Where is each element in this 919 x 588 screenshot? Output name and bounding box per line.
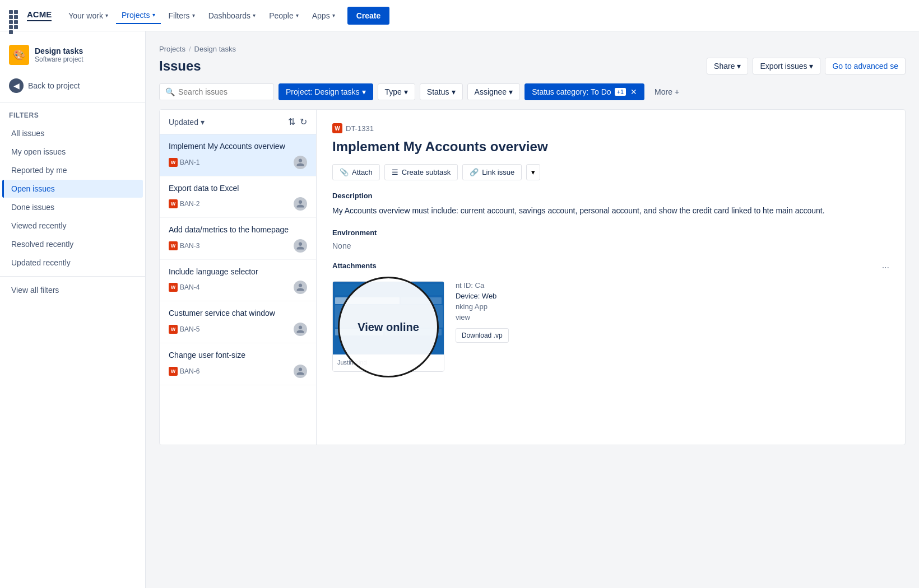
sidebar-item-open-issues[interactable]: Open issues <box>2 180 143 198</box>
nav-logo[interactable]: ACME <box>27 10 52 21</box>
more-icon: + <box>675 87 679 96</box>
view-online-overlay[interactable]: View online <box>338 277 439 377</box>
view-online-label: View online <box>358 321 419 334</box>
project-filter-button[interactable]: Project: Design tasks ▾ <box>279 83 373 100</box>
sidebar-item-my-open-issues[interactable]: My open issues <box>2 143 143 161</box>
attachment-details: nt ID: Ca Device: Web nking App view <box>456 281 509 343</box>
more-filter-button[interactable]: More + <box>649 84 685 100</box>
attachment-device: Device: Web <box>456 292 509 300</box>
type-filter-button[interactable]: Type ▾ <box>378 83 415 100</box>
issue-type-icon-ban6: W <box>169 367 178 376</box>
app-grid-icon[interactable] <box>9 10 20 21</box>
nav-dashboards[interactable]: Dashboards ▾ <box>203 8 262 24</box>
assignee-avatar-ban3 <box>294 239 307 253</box>
sidebar-item-resolved-recently[interactable]: Resolved recently <box>2 235 143 253</box>
attach-button[interactable]: 📎 Attach <box>332 164 380 180</box>
attachment-card: Justinmind View online <box>332 281 444 374</box>
create-button[interactable]: Create <box>347 7 390 25</box>
projects-chevron-icon: ▾ <box>152 12 155 18</box>
project-name: Design tasks <box>35 46 83 55</box>
breadcrumb: Projects / Design tasks <box>159 45 906 53</box>
issue-id-text-ban6: BAN-6 <box>180 367 199 375</box>
attachment-view: view <box>456 313 509 321</box>
list-icons: ⇅ ↻ <box>288 116 307 127</box>
issue-item-ban4[interactable]: Include language selector W BAN-4 <box>160 260 316 302</box>
nav-projects[interactable]: Projects ▾ <box>116 7 161 24</box>
breadcrumb-projects[interactable]: Projects <box>159 45 185 53</box>
issue-id-text-ban2: BAN-2 <box>180 200 199 208</box>
back-to-project[interactable]: ◀ Back to project <box>0 74 145 97</box>
project-type: Software project <box>35 55 83 63</box>
issue-item-ban1[interactable]: Implement My Accounts overview W BAN-1 <box>160 134 316 176</box>
assignee-avatar-ban2 <box>294 197 307 211</box>
issues-list: Updated ▾ ⇅ ↻ Implement My Accounts over… <box>160 110 317 445</box>
share-button[interactable]: Share ▾ <box>707 58 748 74</box>
issue-item-ban3[interactable]: Add data/metrics to the homepage W BAN-3 <box>160 218 316 260</box>
assignee-avatar-ban5 <box>294 323 307 336</box>
sort-order-icon[interactable]: ⇅ <box>288 116 295 127</box>
main-layout: 🎨 Design tasks Software project ◀ Back t… <box>0 31 919 588</box>
sidebar-item-all-issues[interactable]: All issues <box>2 124 143 142</box>
search-box[interactable]: 🔍 <box>159 83 274 100</box>
attachments-section: Attachments ··· <box>332 262 889 374</box>
download-button[interactable]: Download .vp <box>456 328 509 343</box>
nav-apps[interactable]: Apps ▾ <box>307 8 341 24</box>
attachments-more-icon[interactable]: ··· <box>882 263 889 273</box>
sort-button[interactable]: Updated ▾ <box>169 118 205 127</box>
breadcrumb-design-tasks[interactable]: Design tasks <box>194 45 236 53</box>
status-category-filter-button[interactable]: Status category: To Do +1 ✕ <box>525 83 644 100</box>
assignee-avatar-ban6 <box>294 365 307 378</box>
sidebar: 🎨 Design tasks Software project ◀ Back t… <box>0 31 146 588</box>
environment-value: None <box>332 241 889 250</box>
sidebar-item-viewed-recently[interactable]: Viewed recently <box>2 217 143 235</box>
issue-item-ban6[interactable]: Change user font-size W BAN-6 <box>160 343 316 385</box>
issue-meta-ban2: W BAN-2 <box>169 197 307 211</box>
project-icon: 🎨 <box>9 45 29 65</box>
search-input[interactable] <box>178 87 268 96</box>
sidebar-item-done-issues[interactable]: Done issues <box>2 198 143 216</box>
issue-title-ban5: Custumer service chat window <box>169 308 307 319</box>
issue-title-ban3: Add data/metrics to the homepage <box>169 225 307 236</box>
breadcrumb-separator: / <box>189 45 191 53</box>
issue-type-icon-ban2: W <box>169 199 178 208</box>
issue-title-ban2: Export data to Excel <box>169 183 307 194</box>
issue-id-ban1: W BAN-1 <box>169 158 199 167</box>
sidebar-item-updated-recently[interactable]: Updated recently <box>2 254 143 272</box>
dropdown-chevron-icon: ▾ <box>531 168 535 176</box>
link-issue-button[interactable]: 🔗 Link issue <box>462 164 522 180</box>
description-title: Description <box>332 192 889 200</box>
issue-id-text-ban1: BAN-1 <box>180 158 199 166</box>
sidebar-divider-2 <box>0 276 145 277</box>
attachment-id: nt ID: Ca <box>456 281 509 290</box>
advanced-search-button[interactable]: Go to advanced se <box>825 58 906 74</box>
description-text: My Accounts overview must include: curre… <box>332 204 889 217</box>
sidebar-item-reported-by-me[interactable]: Reported by me <box>2 161 143 179</box>
nav-filters[interactable]: Filters ▾ <box>163 8 201 24</box>
filter-bar: 🔍 Project: Design tasks ▾ Type ▾ Status … <box>159 83 906 100</box>
issue-meta-ban1: W BAN-1 <box>169 156 307 169</box>
issue-detail-panel: W DT-1331 Implement My Accounts overview… <box>317 110 905 445</box>
dashboards-chevron-icon: ▾ <box>253 12 256 18</box>
nav-your-work[interactable]: Your work ▾ <box>63 8 114 24</box>
issue-id-ban6: W BAN-6 <box>169 367 199 376</box>
issue-title-ban6: Change user font-size <box>169 350 307 361</box>
nav-people[interactable]: People ▾ <box>263 8 304 24</box>
create-subtask-button[interactable]: ☰ Create subtask <box>384 164 458 180</box>
issue-item-ban2[interactable]: Export data to Excel W BAN-2 <box>160 176 316 218</box>
actions-dropdown-button[interactable]: ▾ <box>526 164 540 180</box>
issue-title-ban1: Implement My Accounts overview <box>169 141 307 152</box>
issue-id-text-ban5: BAN-5 <box>180 325 199 333</box>
status-filter-button[interactable]: Status ▾ <box>420 83 463 100</box>
status-category-close-icon[interactable]: ✕ <box>630 87 637 96</box>
filters-chevron-icon: ▾ <box>192 12 195 18</box>
issue-actions: 📎 Attach ☰ Create subtask 🔗 Link issue <box>332 164 889 180</box>
sidebar-item-view-all-filters[interactable]: View all filters <box>2 281 143 299</box>
status-chevron-icon: ▾ <box>452 87 456 96</box>
export-issues-button[interactable]: Export issues ▾ <box>753 58 820 74</box>
type-chevron-icon: ▾ <box>404 87 408 96</box>
refresh-icon[interactable]: ↻ <box>300 116 307 127</box>
people-chevron-icon: ▾ <box>296 12 299 18</box>
issue-type-icon-ban4: W <box>169 283 178 292</box>
issue-item-ban5[interactable]: Custumer service chat window W BAN-5 <box>160 301 316 343</box>
assignee-filter-button[interactable]: Assignee ▾ <box>467 83 521 100</box>
